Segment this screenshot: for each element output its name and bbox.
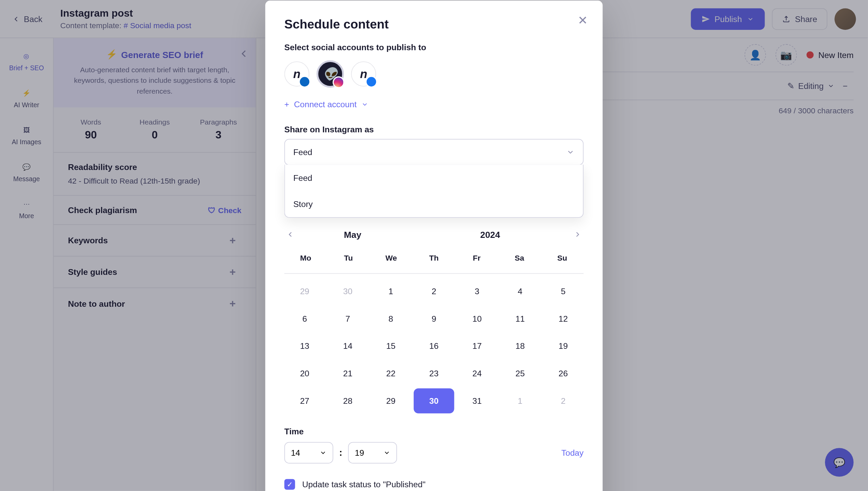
select-accounts-label: Select social accounts to publish to [284,42,584,52]
calendar-day[interactable]: 20 [284,361,325,386]
calendar-day[interactable]: 9 [414,306,454,331]
calendar-day[interactable]: 8 [371,306,411,331]
time-hour-select[interactable]: 14 [284,442,333,464]
calendar-body: 2930123456789101112131415161718192021222… [284,279,584,413]
chevron-down-icon [566,148,575,156]
calendar-day[interactable]: 7 [328,306,368,331]
calendar-day[interactable]: 11 [500,306,540,331]
calendar-dow: Tu [327,249,370,267]
schedule-content-modal: ✕ Schedule content Select social account… [265,1,603,491]
calendar-day[interactable]: 26 [543,361,584,386]
calendar-day[interactable]: 6 [284,306,325,331]
share-as-value: Feed [293,147,312,157]
share-as-label: Share on Instagram as [284,125,584,134]
chevron-down-icon [361,101,369,108]
calendar-day[interactable]: 24 [457,361,497,386]
chevron-down-icon [319,449,327,456]
calendar-dow: Sa [498,249,541,267]
today-button[interactable]: Today [561,448,584,457]
calendar-header: May 2024 [284,228,584,240]
calendar-day[interactable]: 31 [457,388,497,413]
chevron-right-icon [573,230,582,239]
calendar-year: 2024 [480,229,500,240]
calendar-day[interactable]: 4 [500,279,540,304]
calendar-day[interactable]: 23 [414,361,454,386]
account-instagram[interactable]: 👽 [318,61,343,87]
calendar-day[interactable]: 5 [543,279,584,304]
calendar-day[interactable]: 1 [371,279,411,304]
time-minute-select[interactable]: 19 [348,442,397,464]
calendar-day[interactable]: 16 [414,334,454,359]
calendar-day[interactable]: 12 [543,306,584,331]
dropdown-option-feed[interactable]: Feed [285,165,583,191]
calendar-next-button[interactable] [572,228,584,240]
calendar-day[interactable]: 25 [500,361,540,386]
calendar-day[interactable]: 30 [414,388,454,413]
calendar-month: May [344,229,361,240]
calendar-day[interactable]: 30 [328,279,368,304]
calendar-dow: Th [413,249,455,267]
chevron-left-icon [286,230,295,239]
calendar-day[interactable]: 15 [371,334,411,359]
calendar-dow-row: MoTuWeThFrSaSu [284,249,584,274]
calendar-day[interactable]: 27 [284,388,325,413]
calendar-day[interactable]: 17 [457,334,497,359]
connect-account-button[interactable]: + Connect account [284,100,584,109]
calendar-day[interactable]: 2 [543,388,584,413]
time-row: 14 : 19 Today [284,442,584,464]
modal-title: Schedule content [284,17,584,32]
check-icon: ✓ [287,480,293,489]
calendar-prev-button[interactable] [284,228,296,240]
calendar-day[interactable]: 28 [328,388,368,413]
plus-icon: + [284,100,289,109]
calendar-day[interactable]: 21 [328,361,368,386]
facebook-icon [366,76,377,88]
chevron-down-icon [383,449,391,456]
close-modal-button[interactable]: ✕ [576,14,590,27]
share-as-select[interactable]: Feed [284,139,584,165]
time-label: Time [284,427,584,436]
calendar-day[interactable]: 29 [371,388,411,413]
update-status-checkbox[interactable]: ✓ [284,479,295,490]
share-as-dropdown: Feed Story [284,165,584,218]
calendar-day[interactable]: 19 [543,334,584,359]
account-linkedin[interactable]: n [284,61,310,87]
update-status-label: Update task status to "Published" [302,479,426,489]
time-separator: : [339,448,342,458]
calendar-day[interactable]: 3 [457,279,497,304]
calendar-day[interactable]: 22 [371,361,411,386]
social-accounts-row: n 👽 n [284,61,584,87]
linkedin-icon [299,76,311,88]
calendar-day[interactable]: 2 [414,279,454,304]
calendar-dow: We [370,249,413,267]
calendar-dow: Fr [455,249,498,267]
calendar-day[interactable]: 14 [328,334,368,359]
calendar-day[interactable]: 1 [500,388,540,413]
calendar-dow: Mo [284,249,327,267]
dropdown-option-story[interactable]: Story [285,191,583,217]
calendar-day[interactable]: 10 [457,306,497,331]
update-status-row: ✓ Update task status to "Published" [284,479,584,490]
calendar-day[interactable]: 13 [284,334,325,359]
instagram-icon [333,76,344,88]
account-facebook[interactable]: n [351,61,376,87]
calendar-day[interactable]: 18 [500,334,540,359]
close-icon: ✕ [578,13,588,27]
calendar-day[interactable]: 29 [284,279,325,304]
calendar-dow: Su [541,249,584,267]
